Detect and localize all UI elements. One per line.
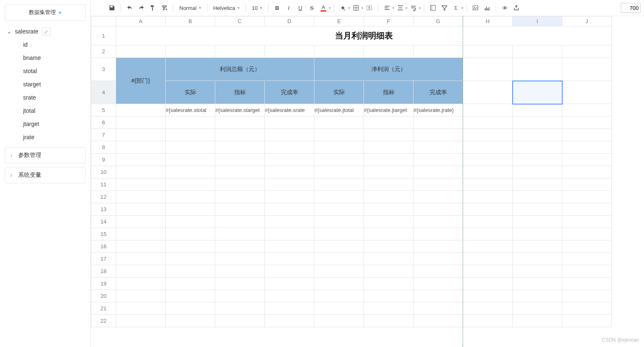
cell-J10[interactable]: [562, 166, 612, 178]
cell-B14[interactable]: [166, 216, 215, 228]
cell-D2[interactable]: [265, 45, 314, 58]
cell-E9[interactable]: [314, 154, 364, 166]
cell-I4[interactable]: [513, 81, 562, 104]
cell-E17[interactable]: [314, 253, 364, 265]
cell-E10[interactable]: [314, 166, 364, 178]
strikethrough-icon[interactable]: S: [307, 2, 317, 13]
row-header-21[interactable]: 21: [91, 302, 116, 315]
subheader-4[interactable]: 指标: [364, 81, 413, 104]
dropdown-triangle-icon[interactable]: ▾: [419, 6, 421, 10]
cell-I21[interactable]: [513, 302, 562, 315]
row-header-17[interactable]: 17: [91, 253, 116, 265]
cell-G8[interactable]: [413, 141, 463, 154]
cell-F20[interactable]: [364, 290, 413, 302]
row-header-12[interactable]: 12: [91, 191, 116, 203]
cell-A17[interactable]: [116, 253, 166, 265]
add-dataset-icon[interactable]: +: [58, 10, 62, 16]
row-header-14[interactable]: 14: [91, 216, 116, 228]
row-header-9[interactable]: 9: [91, 154, 116, 166]
cell-J3[interactable]: [562, 58, 612, 81]
col-header-C[interactable]: C: [215, 17, 265, 26]
subheader-1[interactable]: 指标: [215, 81, 265, 104]
cell-B13[interactable]: [166, 203, 215, 216]
cell-C16[interactable]: [215, 240, 265, 253]
cell-F9[interactable]: [364, 154, 413, 166]
cell-J18[interactable]: [562, 265, 612, 278]
cell-J4[interactable]: [562, 81, 612, 104]
align-h-icon[interactable]: [382, 2, 392, 13]
cell-G7[interactable]: [413, 129, 463, 141]
cell-I18[interactable]: [513, 265, 562, 278]
cell-A13[interactable]: [116, 203, 166, 216]
cell-D21[interactable]: [265, 302, 314, 315]
cell-B19[interactable]: [166, 278, 215, 290]
cell-J6[interactable]: [562, 116, 612, 129]
row-header-1[interactable]: 1: [91, 26, 116, 45]
cell-E6[interactable]: [314, 116, 364, 129]
cell-F6[interactable]: [364, 116, 413, 129]
cell-J21[interactable]: [562, 302, 612, 315]
cell-G12[interactable]: [413, 191, 463, 203]
cell-B17[interactable]: [166, 253, 215, 265]
cell-D11[interactable]: [265, 178, 314, 191]
cell-B7[interactable]: [166, 129, 215, 141]
subheader-3[interactable]: 实际: [314, 81, 364, 104]
row-header-8[interactable]: 8: [91, 141, 116, 154]
row-header-6[interactable]: 6: [91, 116, 116, 129]
cell-F7[interactable]: [364, 129, 413, 141]
cell-I22[interactable]: [513, 315, 562, 327]
row-header-11[interactable]: 11: [91, 178, 116, 191]
cell-A19[interactable]: [116, 278, 166, 290]
row-header-16[interactable]: 16: [91, 240, 116, 253]
cell-E14[interactable]: [314, 216, 364, 228]
cell-C2[interactable]: [215, 45, 265, 58]
dropdown-triangle-icon[interactable]: ▾: [406, 6, 407, 10]
cell-B2[interactable]: [166, 45, 215, 58]
cell-B11[interactable]: [166, 178, 215, 191]
cell-C10[interactable]: [215, 166, 265, 178]
cell-D12[interactable]: [265, 191, 314, 203]
cell-E20[interactable]: [314, 290, 364, 302]
cell-J5[interactable]: [562, 104, 612, 116]
dropdown-triangle-icon[interactable]: ▾: [461, 6, 463, 10]
cell-I16[interactable]: [513, 240, 562, 253]
cell-D20[interactable]: [265, 290, 314, 302]
cell-A2[interactable]: [116, 45, 166, 58]
subheader-2[interactable]: 完成率: [265, 81, 314, 104]
cell-J12[interactable]: [562, 191, 612, 203]
cell-A8[interactable]: [116, 141, 166, 154]
col-header-A[interactable]: A: [116, 17, 166, 26]
cell-G21[interactable]: [413, 302, 463, 315]
cell-B20[interactable]: [166, 290, 215, 302]
cell-D8[interactable]: [265, 141, 314, 154]
cell-I5[interactable]: [513, 104, 562, 116]
cell-H15[interactable]: [463, 228, 513, 240]
cell-H22[interactable]: [463, 315, 513, 327]
cell-H8[interactable]: [463, 141, 513, 154]
row-header-4[interactable]: 4: [91, 81, 116, 104]
tree-node-salesrate[interactable]: ⌄ salesrate: [3, 25, 87, 38]
cell-J2[interactable]: [562, 45, 612, 58]
cell-A7[interactable]: [116, 129, 166, 141]
cell-C9[interactable]: [215, 154, 265, 166]
cell-C19[interactable]: [215, 278, 265, 290]
dropdown-triangle-icon[interactable]: ▾: [392, 6, 394, 10]
header-profit-total[interactable]: 利润总额（元）: [166, 58, 314, 81]
cell-F16[interactable]: [364, 240, 413, 253]
cell-A5[interactable]: [116, 104, 166, 116]
cell-I6[interactable]: [513, 116, 562, 129]
cell-B15[interactable]: [166, 228, 215, 240]
cell-F18[interactable]: [364, 265, 413, 278]
cell-C15[interactable]: [215, 228, 265, 240]
cell-J14[interactable]: [562, 216, 612, 228]
cell-J16[interactable]: [562, 240, 612, 253]
subheader-0[interactable]: 实际: [166, 81, 215, 104]
freeze-icon[interactable]: [428, 2, 438, 13]
dropdown-triangle-icon[interactable]: ▾: [329, 6, 330, 10]
row-header-19[interactable]: 19: [91, 278, 116, 290]
cell-D9[interactable]: [265, 154, 314, 166]
cell-D16[interactable]: [265, 240, 314, 253]
image-icon[interactable]: [470, 2, 481, 13]
cell-H21[interactable]: [463, 302, 513, 315]
cell-H10[interactable]: [463, 166, 513, 178]
